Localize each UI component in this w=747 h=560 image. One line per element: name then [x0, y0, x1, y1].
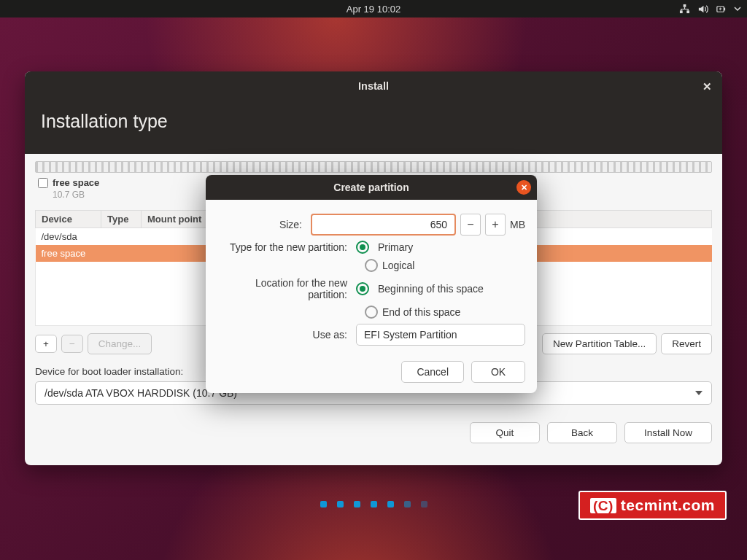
chevron-down-icon[interactable]	[734, 5, 741, 12]
window-titlebar[interactable]: Install ✕	[25, 71, 722, 101]
svg-rect-1	[680, 10, 683, 13]
size-label: Size:	[217, 219, 311, 230]
watermark: (C)tecmint.com	[578, 491, 727, 520]
radio-primary-label: Primary	[378, 241, 413, 253]
radio-logical[interactable]	[365, 259, 378, 272]
dialog-title: Create partition	[333, 182, 409, 193]
clock[interactable]: Apr 19 10:02	[347, 4, 400, 15]
use-as-label: Use as:	[217, 329, 356, 341]
dot	[337, 501, 344, 508]
window-title: Install	[358, 80, 389, 92]
page-heading: Installation type	[41, 111, 706, 132]
col-type[interactable]: Type	[101, 211, 142, 228]
svg-rect-2	[686, 10, 689, 13]
size-increment-button[interactable]: +	[485, 214, 506, 236]
dot	[371, 501, 377, 508]
partition-location-label: Location for the new partition:	[217, 277, 356, 300]
watermark-c: (C)	[590, 498, 616, 513]
col-device[interactable]: Device	[36, 211, 101, 228]
free-space-label: free space	[53, 177, 99, 188]
use-as-select[interactable]: EFI System Partition	[356, 324, 525, 346]
radio-primary[interactable]	[356, 241, 369, 254]
gnome-top-bar: Apr 19 10:02	[0, 0, 747, 18]
create-partition-dialog: Create partition ✕ Size: − + MB Type for…	[206, 175, 537, 393]
add-partition-button[interactable]: +	[35, 335, 57, 353]
back-button[interactable]: Back	[547, 422, 617, 443]
new-partition-table-button[interactable]: New Partition Table...	[542, 333, 657, 354]
revert-button[interactable]: Revert	[661, 333, 712, 354]
volume-icon[interactable]	[697, 4, 708, 15]
dialog-titlebar[interactable]: Create partition ✕	[206, 175, 537, 200]
dot	[354, 501, 360, 508]
radio-logical-label: Logical	[382, 260, 414, 271]
close-icon[interactable]: ✕	[516, 180, 531, 195]
partition-type-label: Type for the new partition:	[217, 241, 356, 253]
radio-end[interactable]	[365, 306, 378, 319]
quit-button[interactable]: Quit	[470, 422, 540, 443]
ok-button[interactable]: OK	[471, 361, 525, 383]
network-icon[interactable]	[679, 4, 690, 15]
watermark-text: tecmint.com	[621, 497, 715, 513]
radio-beginning-label: Beginning of this space	[378, 283, 484, 295]
radio-end-label: End of this space	[382, 306, 460, 318]
radio-beginning[interactable]	[356, 282, 369, 295]
svg-rect-0	[684, 4, 686, 7]
battery-icon[interactable]	[716, 4, 727, 15]
free-space-checkbox[interactable]	[38, 178, 48, 188]
partition-usage-bar[interactable]	[35, 161, 712, 173]
use-as-value: EFI System Partition	[364, 329, 457, 341]
remove-partition-button[interactable]: −	[61, 335, 83, 353]
install-now-button[interactable]: Install Now	[624, 422, 712, 443]
size-unit: MB	[510, 219, 525, 230]
size-decrement-button[interactable]: −	[460, 214, 481, 236]
dot	[404, 501, 411, 508]
system-tray[interactable]	[679, 0, 741, 18]
cancel-button[interactable]: Cancel	[401, 361, 464, 383]
change-partition-button[interactable]: Change...	[88, 333, 152, 354]
dot	[320, 501, 327, 508]
close-icon[interactable]: ✕	[703, 80, 712, 93]
dot	[421, 501, 427, 508]
chevron-down-icon	[695, 391, 703, 395]
size-input[interactable]	[311, 214, 456, 236]
window-header: Installation type	[25, 101, 722, 154]
svg-rect-4	[724, 7, 725, 10]
dot	[387, 501, 394, 508]
